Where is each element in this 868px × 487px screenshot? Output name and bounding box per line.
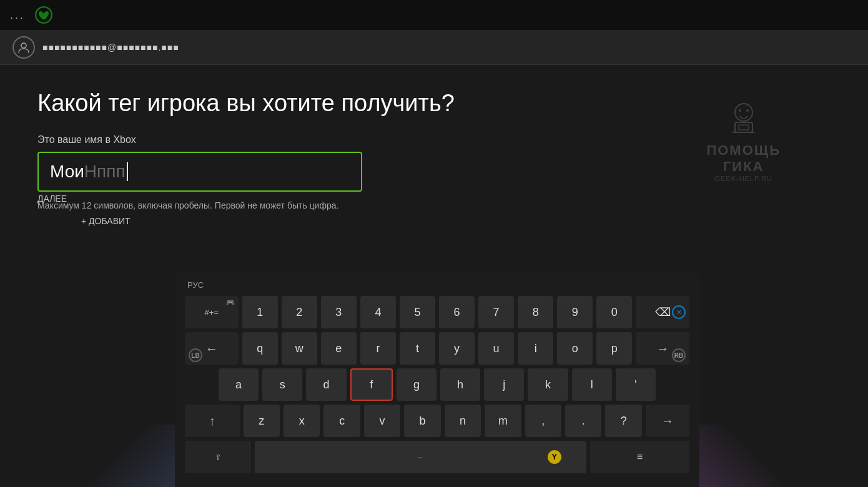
svg-point-3 (739, 109, 741, 112)
key-k[interactable]: k (528, 368, 568, 401)
gamertag-input-placeholder: Нппп (84, 162, 126, 182)
key-t[interactable]: t (400, 332, 435, 365)
key-period[interactable]: . (565, 405, 601, 437)
key-o[interactable]: o (557, 332, 593, 365)
watermark-url: GEEK-HELP.RU (714, 175, 772, 182)
key-left-nav[interactable]: ← LB (185, 332, 239, 365)
key-s[interactable]: s (262, 368, 302, 401)
key-1[interactable]: 1 (242, 296, 278, 328)
key-6[interactable]: 6 (439, 296, 475, 328)
key-d[interactable]: d (306, 368, 346, 401)
key-v[interactable]: v (364, 405, 400, 437)
key-g[interactable]: g (397, 368, 436, 401)
xbox-logo-icon (35, 6, 52, 24)
key-w[interactable]: w (282, 332, 317, 365)
key-z[interactable]: z (244, 405, 280, 437)
key-q[interactable]: q (242, 332, 278, 365)
key-menu[interactable]: ≡ (590, 441, 689, 473)
key-j[interactable]: j (484, 368, 524, 401)
keyboard-row-space: ⇧ ⌣ Y ≡ (185, 441, 689, 473)
key-u[interactable]: u (478, 332, 514, 365)
key-m[interactable]: m (485, 405, 521, 437)
svg-point-4 (746, 109, 749, 112)
watermark-geek-icon (725, 100, 762, 137)
key-y[interactable]: y (439, 332, 475, 365)
key-e[interactable]: e (321, 332, 357, 365)
watermark-line1: ПОМОЩЬ (706, 142, 781, 159)
account-email: ■■■■■■■■■■■@■■■■■■■.■■■ (42, 42, 179, 52)
next-button[interactable]: ДАЛЕЕ (37, 194, 67, 204)
key-9[interactable]: 9 (557, 296, 593, 328)
bottom-right-decoration (699, 425, 868, 487)
key-special-chars[interactable]: #+= 🎮 (185, 296, 239, 328)
keyboard-lang: РУС (185, 280, 689, 290)
key-l[interactable]: l (572, 368, 612, 401)
key-shift-bottom[interactable]: ⇧ (185, 441, 251, 473)
svg-rect-5 (735, 122, 752, 132)
svg-rect-6 (739, 125, 749, 130)
keyboard-row-numbers: #+= 🎮 1 2 3 4 5 6 7 8 9 0 ⌫ ✕ (185, 296, 689, 328)
key-question[interactable]: ? (605, 405, 641, 437)
gamertag-input-value: Мои (50, 162, 84, 182)
key-0[interactable]: 0 (596, 296, 632, 328)
key-x[interactable]: x (284, 405, 320, 437)
key-4[interactable]: 4 (360, 296, 396, 328)
add-button[interactable]: + ДОБАВИТ (81, 216, 131, 226)
key-n[interactable]: n (445, 405, 481, 437)
key-spacer-2 (659, 368, 689, 401)
account-bar: ■■■■■■■■■■■@■■■■■■■.■■■ (0, 30, 868, 65)
key-2[interactable]: 2 (282, 296, 317, 328)
bottom-left-decoration (0, 425, 175, 487)
key-a[interactable]: a (219, 368, 259, 401)
key-7[interactable]: 7 (478, 296, 514, 328)
avatar-icon (12, 36, 35, 59)
gamertag-input[interactable]: Мои Нппп (37, 152, 362, 192)
keyboard-row-zxcv: ↑ z x c v b n m , . ? → (185, 405, 689, 437)
watermark-line2: ГИКА (723, 159, 764, 175)
keyboard-row-asdf: a s d f g h j k l ' (185, 368, 689, 401)
y-button-icon: Y (548, 450, 561, 464)
key-p[interactable]: p (596, 332, 632, 365)
key-r[interactable]: r (360, 332, 396, 365)
key-space[interactable]: ⌣ Y (255, 441, 586, 473)
key-5[interactable]: 5 (400, 296, 435, 328)
key-i[interactable]: i (518, 332, 553, 365)
watermark: ПОМОЩЬ ГИКА GEEK-HELP.RU (706, 100, 781, 182)
key-3[interactable]: 3 (321, 296, 357, 328)
svg-point-1 (21, 43, 26, 48)
key-backspace[interactable]: ⌫ ✕ (636, 296, 689, 328)
key-b[interactable]: b (404, 405, 440, 437)
key-apostrophe[interactable]: ' (616, 368, 656, 401)
input-hint: Максимум 12 символов, включая пробелы. П… (37, 200, 425, 210)
key-h[interactable]: h (440, 368, 480, 401)
input-cursor (127, 162, 128, 181)
key-8[interactable]: 8 (518, 296, 553, 328)
virtual-keyboard: РУС #+= 🎮 1 2 3 4 5 6 7 8 9 0 ⌫ ✕ ← LB q… (175, 273, 699, 487)
key-right-nav[interactable]: → RB (636, 332, 689, 365)
key-shift[interactable]: ↑ (185, 405, 240, 437)
key-spacer-1 (185, 368, 215, 401)
key-enter[interactable]: → (646, 405, 689, 437)
keyboard-row-qwerty: ← LB q w e r t y u i o p → RB (185, 332, 689, 365)
key-f[interactable]: f (350, 368, 393, 401)
menu-dots[interactable]: ... (10, 9, 25, 22)
key-comma[interactable]: , (525, 405, 561, 437)
top-bar: ... (0, 0, 868, 30)
key-c[interactable]: c (323, 405, 360, 437)
